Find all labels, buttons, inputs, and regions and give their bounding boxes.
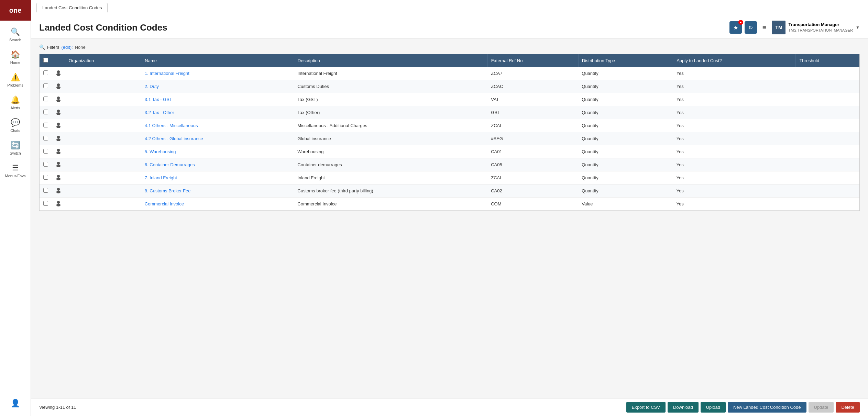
app-logo[interactable]: one	[0, 0, 31, 21]
person-icon	[55, 70, 62, 76]
sidebar-item-menus[interactable]: ☰ Menus/Favs	[0, 159, 31, 182]
row-threshold	[796, 184, 859, 198]
row-external-ref: CA05	[487, 158, 578, 171]
row-checkbox[interactable]	[43, 188, 48, 193]
row-checkbox-cell[interactable]	[40, 184, 52, 198]
row-checkbox[interactable]	[43, 110, 48, 114]
sidebar-item-label: Problems	[7, 83, 23, 87]
row-checkbox-cell[interactable]	[40, 145, 52, 158]
upload-button[interactable]: Upload	[701, 402, 726, 413]
row-distribution-type: Quantity	[578, 80, 673, 93]
sidebar-item-user-avatar[interactable]: 👤	[11, 395, 20, 412]
row-checkbox[interactable]	[43, 123, 48, 127]
sidebar-item-problems[interactable]: ⚠️ Problems	[0, 69, 31, 91]
hamburger-menu-button[interactable]: ≡	[760, 22, 769, 33]
data-table-container: Organization Name Description External R…	[39, 54, 860, 211]
sidebar-item-label: Switch	[10, 151, 21, 155]
sidebar-item-chats[interactable]: 💬 Chats	[0, 114, 31, 137]
row-name[interactable]: 1. International Freight	[141, 67, 294, 80]
user-dropdown-arrow[interactable]: ▼	[856, 25, 860, 30]
row-icon-cell	[52, 171, 65, 184]
svg-point-9	[56, 125, 61, 128]
person-icon	[55, 96, 62, 102]
row-checkbox-cell[interactable]	[40, 93, 52, 106]
table-row: 3.2 Tax - Other Tax (Other) GST Quantity…	[40, 106, 859, 119]
svg-point-1	[56, 73, 61, 76]
row-checkbox[interactable]	[43, 162, 48, 167]
row-name[interactable]: 4.2 Others - Global insurance	[141, 132, 294, 145]
table-header: Organization Name Description External R…	[40, 54, 859, 67]
svg-point-10	[57, 136, 60, 138]
row-checkbox-cell[interactable]	[40, 106, 52, 119]
sidebar-item-switch[interactable]: 🔄 Switch	[0, 137, 31, 159]
row-checkbox-cell[interactable]	[40, 67, 52, 80]
switch-icon: 🔄	[11, 141, 20, 150]
filters-edit-link[interactable]: (edit):	[61, 45, 73, 50]
row-distribution-type: Quantity	[578, 67, 673, 80]
row-organization	[65, 106, 141, 119]
row-checkbox[interactable]	[43, 83, 48, 88]
search-icon: 🔍	[11, 27, 20, 36]
filter-icon: 🔍	[39, 44, 45, 50]
row-checkbox-cell[interactable]	[40, 132, 52, 145]
row-name[interactable]: 8. Customs Broker Fee	[141, 184, 294, 198]
svg-point-13	[56, 151, 61, 154]
sidebar-item-alerts[interactable]: 🔔 Alerts	[0, 91, 31, 114]
refresh-button[interactable]: ↻	[745, 21, 757, 34]
row-description: Inland Freight	[294, 171, 487, 184]
row-checkbox-cell[interactable]	[40, 198, 52, 211]
export-csv-button[interactable]: Export to CSV	[626, 402, 666, 413]
row-external-ref: CA02	[487, 184, 578, 198]
row-checkbox-cell[interactable]	[40, 171, 52, 184]
row-checkbox[interactable]	[43, 97, 48, 101]
delete-button[interactable]: Delete	[836, 402, 860, 413]
row-checkbox[interactable]	[43, 175, 48, 180]
select-all-header[interactable]	[40, 54, 52, 67]
row-organization	[65, 80, 141, 93]
row-external-ref: ZCAL	[487, 119, 578, 132]
row-external-ref: VAT	[487, 93, 578, 106]
active-tab[interactable]: Landed Cost Condition Codes	[36, 3, 108, 12]
row-name[interactable]: 4.1 Others - Miscellaneous	[141, 119, 294, 132]
row-checkbox[interactable]	[43, 70, 48, 75]
table-row: 5. Warehousing Warehousing CA01 Quantity…	[40, 145, 859, 158]
row-name[interactable]: 6. Container Demurrages	[141, 158, 294, 171]
row-checkbox[interactable]	[43, 136, 48, 140]
svg-point-14	[57, 162, 60, 165]
new-record-button[interactable]: New Landed Cost Condition Code	[728, 402, 806, 413]
row-checkbox[interactable]	[43, 201, 48, 206]
row-description: Miscellaneous - Additional Charges	[294, 119, 487, 132]
sidebar-item-label: Alerts	[10, 106, 20, 110]
download-button[interactable]: Download	[668, 402, 699, 413]
row-name[interactable]: 2. Duty	[141, 80, 294, 93]
row-checkbox-cell[interactable]	[40, 158, 52, 171]
row-distribution-type: Quantity	[578, 184, 673, 198]
table-row: 1. International Freight International F…	[40, 67, 859, 80]
row-external-ref: ZCAI	[487, 171, 578, 184]
row-name[interactable]: 5. Warehousing	[141, 145, 294, 158]
user-name: Transportation Manager	[788, 22, 853, 28]
update-button[interactable]: Update	[809, 402, 834, 413]
row-threshold	[796, 80, 859, 93]
svg-point-17	[56, 178, 61, 180]
header: Landed Cost Condition Codes ★ ● ↻ ≡ TM T…	[31, 15, 868, 39]
sidebar-item-home[interactable]: 🏠 Home	[0, 46, 31, 69]
row-name[interactable]: Commercial Invoice	[141, 198, 294, 211]
row-checkbox-cell[interactable]	[40, 80, 52, 93]
sidebar-item-label: Menus/Favs	[5, 174, 26, 178]
sidebar-item-search[interactable]: 🔍 Search	[0, 23, 31, 46]
user-section: TM Transportation Manager TMS.TRANSPORTA…	[772, 21, 860, 34]
row-apply-landed-cost: Yes	[673, 93, 796, 106]
row-icon-cell	[52, 119, 65, 132]
row-name[interactable]: 3.2 Tax - Other	[141, 106, 294, 119]
row-checkbox-cell[interactable]	[40, 119, 52, 132]
row-name[interactable]: 7. Inland Freight	[141, 171, 294, 184]
row-description: Commercial Invoice	[294, 198, 487, 211]
select-all-checkbox[interactable]	[43, 58, 48, 63]
header-actions: ★ ● ↻ ≡ TM Transportation Manager TMS.TR…	[729, 21, 860, 34]
person-icon	[55, 122, 62, 128]
table-row: 4.2 Others - Global insurance Global ins…	[40, 132, 859, 145]
person-icon	[55, 174, 62, 180]
row-checkbox[interactable]	[43, 149, 48, 154]
row-name[interactable]: 3.1 Tax - GST	[141, 93, 294, 106]
